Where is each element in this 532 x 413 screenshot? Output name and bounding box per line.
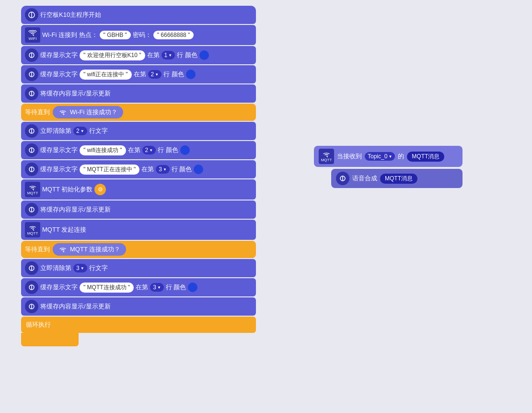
mqtt-receive-prefix: 当接收到	[337, 152, 362, 161]
buffer-text-2-value: " wifi正在连接中 "	[80, 70, 132, 80]
buffer-text-5-num[interactable]: 3	[150, 283, 164, 292]
mqtt-topic-dropdown[interactable]: Topic_0	[365, 152, 395, 161]
clear-row-2-block: 立即清除第 3 行文字	[21, 259, 256, 277]
buffer-text-2-label: 缓存显示文字	[40, 70, 78, 79]
buffer-text-2-block: 缓存显示文字 " wifi正在连接中 " 在第 2 行 颜色	[21, 65, 256, 83]
buffer-text-4-prefix: 缓存显示文字	[40, 165, 78, 174]
k10-icon-7	[25, 203, 38, 216]
buffer-text-5-value: " MQTT连接成功 "	[80, 283, 134, 293]
clear-row-1-num[interactable]: 2	[73, 127, 87, 135]
refresh-1-label: 将缓存内容显示/显示更新	[40, 89, 111, 98]
clear-row-2-num[interactable]: 3	[73, 264, 87, 272]
refresh-1-block: 将缓存内容显示/显示更新	[21, 84, 256, 103]
buffer-text-2-row2: 行 颜色	[163, 70, 184, 79]
buffer-text-5-row2: 行 颜色	[166, 283, 186, 292]
mqtt-icon-2: MQTT	[25, 222, 40, 237]
main-start-label: 行空板K10主程序开始	[40, 11, 101, 19]
tts-label: 语音合成	[352, 174, 377, 183]
wifi-hotspot-value: " GBHB "	[100, 31, 131, 39]
clear-row-2-label: 立即清除第	[40, 264, 71, 272]
tts-block: 语音合成 MQTT消息	[331, 169, 463, 188]
buffer-text-1-value: " 欢迎使用行空板K10 "	[80, 50, 145, 60]
k10-icon-3	[25, 87, 38, 100]
wait-mqtt-label: 等待直到	[25, 245, 50, 254]
clear-row-1-suffix: 行文字	[89, 127, 108, 135]
k10-icon-5	[25, 143, 38, 157]
buffer-text-2-row: 在第	[134, 70, 146, 79]
clear-row-1-block: 立即清除第 2 行文字	[21, 122, 256, 140]
mqtt-icon-1: MQTT	[25, 182, 40, 197]
mqtt-label-2: MQTT	[27, 231, 38, 236]
color-dot-3[interactable]	[180, 145, 190, 155]
buffer-text-4-row: 在第	[141, 165, 154, 174]
buffer-text-1-block: 缓存显示文字 " 欢迎使用行空板K10 " 在第 1 行 颜色	[21, 46, 256, 64]
wait-wifi-inner-label: Wi-Fi 连接成功？	[70, 108, 117, 117]
loop-bottom	[21, 333, 79, 346]
mqtt-init-label: MQTT 初始化参数	[42, 185, 93, 194]
mqtt-connect-label: MQTT 发起连接	[42, 225, 86, 234]
mqtt-connect-block: MQTT MQTT 发起连接	[21, 220, 256, 240]
refresh-3-label: 将缓存内容显示/显示更新	[40, 302, 111, 311]
color-dot-5[interactable]	[188, 283, 197, 292]
buffer-text-4-row2: 行 颜色	[172, 165, 192, 174]
mqtt-label-1: MQTT	[27, 191, 38, 195]
color-dot-4[interactable]	[194, 165, 203, 174]
buffer-text-4-num[interactable]: 3	[156, 165, 170, 174]
wifi-password-label: 密码：	[133, 31, 151, 39]
k10-icon-1	[25, 48, 38, 62]
wifi-connect-label: Wi-Fi 连接到 热点：	[42, 31, 98, 39]
color-dot-2[interactable]	[186, 70, 196, 79]
refresh-2-label: 将缓存内容显示/显示更新	[40, 205, 111, 214]
mqtt-receive-suffix: MQTT消息	[407, 152, 444, 162]
loop-block: 循环执行	[21, 317, 256, 333]
buffer-text-4-value: " MQTT正在连接中 "	[80, 165, 139, 175]
buffer-text-4-block: 缓存显示文字 " MQTT正在连接中 " 在第 3 行 颜色	[21, 160, 256, 178]
buffer-text-1-row: 在第	[147, 51, 160, 59]
refresh-2-block: 将缓存内容显示/显示更新	[21, 201, 256, 219]
buffer-text-3-row2: 行 颜色	[158, 146, 178, 154]
k10-icon	[25, 8, 38, 22]
tts-content: MQTT消息	[380, 174, 417, 184]
buffer-text-3-block: 缓存显示文字 " wifi连接成功 " 在第 2 行 颜色	[21, 141, 256, 159]
buffer-text-2-num-dropdown[interactable]: 2	[148, 70, 162, 79]
k10-icon-2	[25, 68, 38, 81]
k10-icon-10	[25, 300, 38, 313]
mqtt-init-block: MQTT MQTT 初始化参数 ⚙	[21, 179, 256, 200]
wifi-label: WIFI	[29, 36, 37, 41]
buffer-text-5-row: 在第	[136, 283, 148, 292]
k10-icon-4	[25, 124, 38, 138]
k10-icon-8	[25, 261, 38, 275]
k10-icon-tts	[336, 172, 349, 185]
refresh-3-block: 将缓存内容显示/显示更新	[21, 297, 256, 316]
main-start-block: 行空板K10主程序开始	[21, 6, 256, 24]
buffer-text-3-row: 在第	[128, 146, 140, 154]
k10-icon-6	[25, 163, 38, 176]
loop-label: 循环执行	[26, 320, 51, 329]
buffer-text-5-prefix: 缓存显示文字	[40, 283, 78, 292]
mqtt-icon-receive: MQTT	[319, 149, 334, 164]
wifi-password-value: " 66668888 "	[153, 31, 194, 39]
buffer-text-3-prefix: 缓存显示文字	[40, 146, 78, 154]
buffer-text-3-num[interactable]: 2	[142, 146, 156, 154]
k10-icon-9	[25, 281, 38, 294]
buffer-text-1-row2: 行 颜色	[177, 51, 197, 59]
color-dot-1[interactable]	[199, 50, 209, 60]
gear-icon[interactable]: ⚙	[94, 184, 106, 195]
mqtt-label-receive: MQTT	[321, 158, 332, 162]
buffer-text-1-num-dropdown[interactable]: 1	[162, 51, 175, 59]
wifi-block-icon: WIFI	[25, 27, 40, 43]
buffer-text-5-block: 缓存显示文字 " MQTT连接成功 " 在第 3 行 颜色	[21, 278, 256, 296]
wait-wifi-inner-block: Wi-Fi 连接成功？	[53, 106, 123, 118]
wait-mqtt-block: 等待直到 MQTT 连接成功？	[21, 241, 256, 258]
clear-row-1-label: 立即清除第	[40, 127, 71, 135]
wait-mqtt-inner-label: MQTT 连接成功？	[70, 245, 120, 254]
wait-wifi-block: 等待直到 Wi-Fi 连接成功？	[21, 104, 256, 121]
wifi-connect-block: WIFI Wi-Fi 连接到 热点： " GBHB " 密码： " 666688…	[21, 25, 256, 45]
mqtt-receive-middle: 的	[398, 152, 404, 161]
buffer-text-1-label: 缓存显示文字	[40, 51, 78, 59]
clear-row-2-suffix: 行文字	[89, 264, 108, 272]
wait-mqtt-inner-block: MQTT 连接成功？	[53, 243, 126, 256]
wait-wifi-label: 等待直到	[25, 108, 50, 117]
mqtt-receive-block: MQTT 当接收到 Topic_0 的 MQTT消息	[314, 146, 463, 167]
buffer-text-3-value: " wifi连接成功 "	[80, 145, 126, 155]
